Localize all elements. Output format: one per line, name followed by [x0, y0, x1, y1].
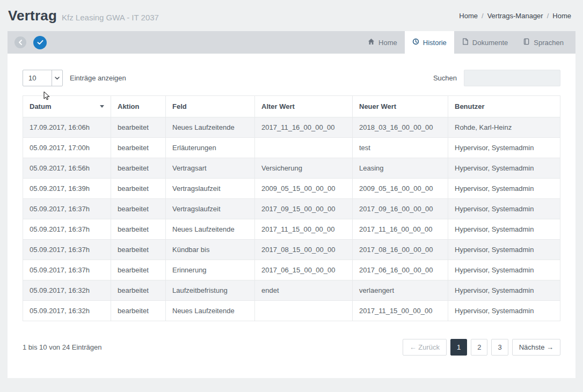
table-cell: Hypervisor, Systemadmin	[448, 240, 560, 260]
table-cell: bearbeitet	[111, 301, 166, 321]
table-cell: Hypervisor, Systemadmin	[448, 280, 560, 301]
table-cell: 17.09.2017, 16:06h	[23, 117, 111, 138]
content-panel: 10 Einträge anzeigen Suchen	[8, 54, 575, 378]
table-cell: 05.09.2017, 16:39h	[23, 179, 111, 199]
table-row: 05.09.2017, 16:37hbearbeitetErinnerung20…	[23, 260, 560, 280]
table-cell: Hypervisor, Systemadmin	[448, 260, 560, 280]
tab-label: Dokumente	[472, 39, 508, 47]
table-cell: Hypervisor, Systemadmin	[448, 199, 560, 219]
column-header-datum[interactable]: Datum	[23, 96, 111, 117]
content-shell: Home Historie Dokumente Sprachen	[8, 31, 575, 378]
pagination-prev-button[interactable]: ← Zurück	[403, 339, 447, 356]
breadcrumb: Home / Vertrags-Manager / Home	[459, 12, 571, 20]
column-label: Feld	[172, 102, 187, 110]
table-cell: bearbeitet	[111, 240, 166, 260]
page-size-select[interactable]: 10	[23, 70, 63, 86]
pagination: ← Zurück 1 2 3 Nächste →	[403, 339, 560, 356]
table-cell: 2017_06_16_00_00_00	[353, 260, 448, 280]
table-cell	[255, 301, 353, 321]
column-header-neuer-wert[interactable]: Neuer Wert	[353, 96, 448, 117]
column-label: Aktion	[118, 102, 139, 110]
pagination-page-1[interactable]: 1	[450, 339, 467, 356]
table-row: 05.09.2017, 16:37hbearbeitetKündbar bis2…	[23, 240, 560, 260]
sort-desc-icon	[100, 105, 104, 108]
toolbar: Home Historie Dokumente Sprachen	[8, 31, 575, 54]
breadcrumb-home-current[interactable]: Home	[552, 12, 571, 20]
table-cell: Hypervisor, Systemadmin	[448, 158, 560, 179]
tab-home[interactable]: Home	[360, 31, 405, 54]
pagination-next-button[interactable]: Nächste →	[512, 339, 560, 356]
column-label: Neuer Wert	[359, 102, 396, 110]
table-cell: Vertragsart	[166, 158, 255, 179]
column-header-alter-wert[interactable]: Alter Wert	[255, 96, 353, 117]
table-cell: 2018_03_16_00_00_00	[353, 117, 448, 138]
search-input[interactable]	[464, 70, 560, 86]
history-icon	[412, 38, 419, 47]
home-icon	[368, 38, 375, 47]
table-cell: 05.09.2017, 16:32h	[23, 301, 111, 321]
tab-label: Sprachen	[534, 39, 564, 47]
table-cell: bearbeitet	[111, 179, 166, 199]
table-cell: Rohde, Karl-Heinz	[448, 117, 560, 138]
table-info: 1 bis 10 von 24 Einträgen	[23, 343, 101, 351]
toolbar-buttons	[8, 31, 47, 54]
table-cell: bearbeitet	[111, 260, 166, 280]
table-row: 17.09.2017, 16:06hbearbeitetNeues Laufze…	[23, 117, 560, 138]
column-header-feld[interactable]: Feld	[166, 96, 255, 117]
pagination-page-3[interactable]: 3	[491, 339, 508, 356]
title-wrap: Vertrag Kfz Leasing GWA - IT 2037	[8, 8, 159, 24]
breadcrumb-home[interactable]: Home	[459, 12, 478, 20]
table-cell: 2017_08_16_00_00_00	[353, 240, 448, 260]
table-cell: 2017_11_16_00_00_00	[353, 219, 448, 240]
back-button[interactable]	[14, 36, 26, 48]
table-cell: 05.09.2017, 16:37h	[23, 219, 111, 240]
table-row: 05.09.2017, 16:39hbearbeitetVertragslauf…	[23, 179, 560, 199]
pagination-page-2[interactable]: 2	[471, 339, 487, 356]
table-footer: 1 bis 10 von 24 Einträgen ← Zurück 1 2 3…	[23, 339, 560, 356]
table-cell: endet	[255, 280, 353, 301]
search-controls: Suchen	[433, 70, 560, 86]
table-cell: Vertragslaufzeit	[166, 179, 255, 199]
tab-sprachen[interactable]: Sprachen	[515, 31, 571, 54]
column-label: Benutzer	[455, 102, 485, 110]
tab-label: Home	[378, 39, 397, 47]
table-cell: Erläuterungen	[166, 138, 255, 158]
chevron-down-icon	[52, 70, 62, 86]
table-cell: Neues Laufzeitende	[166, 219, 255, 240]
column-header-aktion[interactable]: Aktion	[111, 96, 166, 117]
table-cell: Hypervisor, Systemadmin	[448, 179, 560, 199]
table-cell: 2009_05_15_00_00_00	[255, 179, 353, 199]
tab-dokumente[interactable]: Dokumente	[454, 31, 515, 54]
table-cell	[255, 138, 353, 158]
page-header: Vertrag Kfz Leasing GWA - IT 2037 Home /…	[0, 0, 583, 31]
table-row: 05.09.2017, 16:37hbearbeitetVertragslauf…	[23, 199, 560, 219]
table-cell: 2017_11_15_00_00_00	[353, 301, 448, 321]
table-cell: Hypervisor, Systemadmin	[448, 138, 560, 158]
document-icon	[462, 38, 469, 47]
history-table: Datum Aktion Feld Alter Wert Neuer Wert …	[23, 95, 560, 321]
table-cell: 05.09.2017, 16:37h	[23, 240, 111, 260]
tab-historie[interactable]: Historie	[405, 31, 454, 54]
table-cell: Versicherung	[255, 158, 353, 179]
page-size-value: 10	[28, 74, 36, 82]
table-cell: 05.09.2017, 16:37h	[23, 260, 111, 280]
table-cell: Neues Laufzeitende	[166, 117, 255, 138]
breadcrumb-separator: /	[547, 12, 549, 20]
table-cell: bearbeitet	[111, 219, 166, 240]
table-cell: bearbeitet	[111, 138, 166, 158]
table-row: 05.09.2017, 16:56hbearbeitetVertragsartV…	[23, 158, 560, 179]
table-cell: Erinnerung	[166, 260, 255, 280]
breadcrumb-vertrags-manager[interactable]: Vertrags-Manager	[487, 12, 543, 20]
table-cell: Laufzeitbefristung	[166, 280, 255, 301]
confirm-button[interactable]	[33, 36, 47, 49]
table-cell: test	[353, 138, 448, 158]
table-cell: bearbeitet	[111, 199, 166, 219]
table-cell: 2009_05_16_00_00_00	[353, 179, 448, 199]
table-cell: Hypervisor, Systemadmin	[448, 219, 560, 240]
column-header-benutzer[interactable]: Benutzer	[448, 96, 560, 117]
table-cell: 05.09.2017, 16:56h	[23, 158, 111, 179]
search-label: Suchen	[433, 74, 457, 82]
book-icon	[523, 38, 530, 47]
table-cell: 05.09.2017, 17:00h	[23, 138, 111, 158]
table-cell: Leasing	[353, 158, 448, 179]
